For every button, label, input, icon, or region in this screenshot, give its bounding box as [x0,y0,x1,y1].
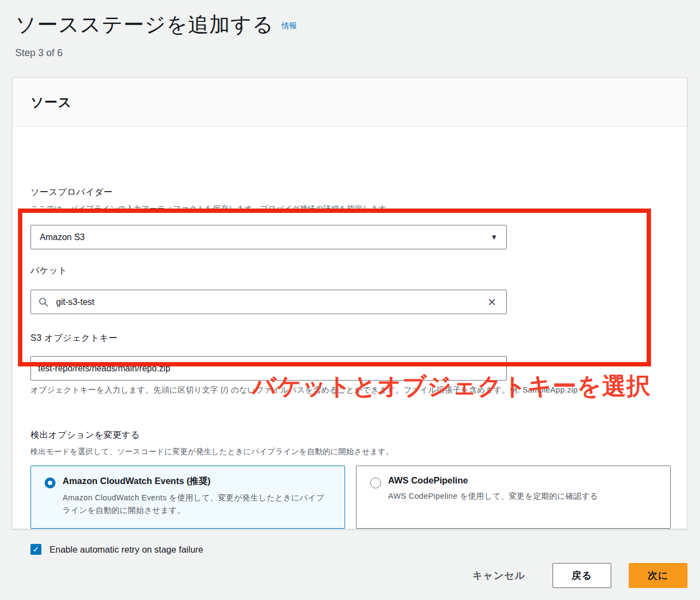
next-button[interactable]: 次に [629,563,687,588]
step-indicator: Step 3 of 6 [15,47,297,59]
source-provider-description: ここでは、パイプラインの入力アーティファクトを保存します。プロバイダ接続の詳細を… [30,204,394,214]
bucket-label: バケット [30,265,67,277]
detection-options-description: 検出モードを選択して、ソースコードに変更が発生したときにパイプラインを自動的に開… [30,447,394,457]
detection-options-label: 検出オプションを変更する [30,430,140,441]
source-provider-selected-value: Amazon S3 [40,232,85,242]
object-key-field[interactable] [30,356,507,381]
object-key-input[interactable] [38,364,499,374]
page-title: ソースステージを追加する [15,13,274,36]
retry-checkbox-row[interactable]: ✓ Enable automatic retry on stage failur… [30,544,204,555]
bucket-search-field[interactable]: ✕ [30,290,507,314]
chevron-down-icon: ▼ [490,233,498,241]
option-cloudwatch-title: Amazon CloudWatch Events (推奨) [63,475,334,487]
retry-checkbox-label: Enable automatic retry on stage failure [50,544,204,555]
radio-unselected-icon[interactable] [370,477,381,488]
radio-selected-icon[interactable] [45,477,56,488]
source-card: ソース ソースプロバイダー ここでは、パイプラインの入力アーティファクトを保存し… [12,77,687,529]
source-card-title: ソース [30,94,72,111]
option-codepipeline-description: AWS CodePipeline を使用して、変更を定期的に確認する [388,490,659,503]
clear-icon[interactable]: ✕ [485,297,499,308]
object-key-help-text: オブジェクトキーを入力します。先頭に区切り文字 (/) のないファイルパスを含め… [30,383,654,396]
option-codepipeline-title: AWS CodePipeline [388,475,659,486]
option-codepipeline[interactable]: AWS CodePipeline AWS CodePipeline を使用して、… [356,466,671,529]
source-provider-label: ソースプロバイダー [30,187,113,198]
source-card-body: ソースプロバイダー ここでは、パイプラインの入力アーティファクトを保存します。プ… [13,127,687,529]
checkbox-checked-icon[interactable]: ✓ [30,544,41,555]
page-header: ソースステージを追加する情報 Step 3 of 6 [15,11,297,59]
cancel-button[interactable]: キャンセル [472,569,525,582]
info-link[interactable]: 情報 [281,21,297,30]
bucket-input[interactable] [56,297,485,307]
footer-actions: キャンセル 戻る 次に [472,563,687,588]
source-card-header: ソース [13,78,687,127]
search-icon [39,297,48,307]
back-button[interactable]: 戻る [552,563,611,588]
object-key-label: S3 オブジェクトキー [30,333,118,344]
option-cloudwatch-events[interactable]: Amazon CloudWatch Events (推奨) Amazon Clo… [30,466,345,529]
option-cloudwatch-description: Amazon CloudWatch Events を使用して、変更が発生したとき… [63,492,327,517]
source-provider-select[interactable]: Amazon S3 ▼ [30,225,507,249]
